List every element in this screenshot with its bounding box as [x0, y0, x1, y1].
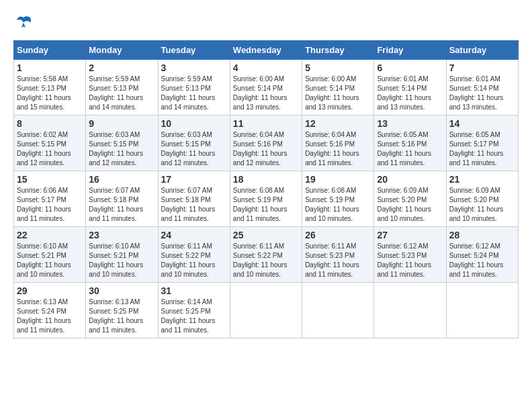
weekday-header-friday: Friday [374, 41, 446, 60]
calendar: SundayMondayTuesdayWednesdayThursdayFrid… [13, 40, 519, 338]
day-info: Sunrise: 6:00 AM Sunset: 5:14 PM Dayligh… [305, 75, 371, 112]
day-info: Sunrise: 6:10 AM Sunset: 5:21 PM Dayligh… [17, 242, 83, 279]
day-number: 9 [89, 118, 154, 129]
day-info: Sunrise: 6:11 AM Sunset: 5:23 PM Dayligh… [305, 242, 371, 279]
day-info: Sunrise: 6:08 AM Sunset: 5:19 PM Dayligh… [233, 186, 299, 224]
day-info: Sunrise: 6:10 AM Sunset: 5:21 PM Dayligh… [89, 242, 154, 279]
day-number: 25 [233, 230, 299, 240]
day-number: 17 [161, 174, 227, 185]
day-info: Sunrise: 6:02 AM Sunset: 5:15 PM Dayligh… [17, 130, 83, 168]
day-info: Sunrise: 6:08 AM Sunset: 5:19 PM Dayligh… [305, 186, 371, 224]
calendar-cell: 8 Sunrise: 6:02 AM Sunset: 5:15 PM Dayli… [14, 116, 86, 171]
weekday-header-saturday: Saturday [446, 41, 518, 60]
calendar-cell: 20 Sunrise: 6:09 AM Sunset: 5:20 PM Dayl… [374, 171, 446, 227]
weekday-header-tuesday: Tuesday [158, 41, 230, 60]
calendar-cell: 5 Sunrise: 6:00 AM Sunset: 5:14 PM Dayli… [302, 60, 374, 116]
day-info: Sunrise: 6:03 AM Sunset: 5:15 PM Dayligh… [89, 130, 154, 168]
weekday-header-wednesday: Wednesday [230, 41, 302, 60]
day-info: Sunrise: 6:06 AM Sunset: 5:17 PM Dayligh… [17, 186, 83, 224]
day-info: Sunrise: 6:13 AM Sunset: 5:24 PM Dayligh… [17, 298, 83, 335]
weekday-header-sunday: Sunday [14, 41, 86, 60]
day-number: 31 [161, 285, 227, 296]
calendar-cell: 17 Sunrise: 6:07 AM Sunset: 5:18 PM Dayl… [158, 171, 230, 227]
calendar-cell: 23 Sunrise: 6:10 AM Sunset: 5:21 PM Dayl… [86, 227, 158, 283]
calendar-cell: 1 Sunrise: 5:58 AM Sunset: 5:13 PM Dayli… [14, 60, 86, 116]
calendar-cell: 14 Sunrise: 6:05 AM Sunset: 5:17 PM Dayl… [446, 116, 518, 171]
day-number: 27 [377, 230, 443, 240]
day-info: Sunrise: 5:59 AM Sunset: 5:13 PM Dayligh… [89, 75, 154, 112]
day-info: Sunrise: 6:11 AM Sunset: 5:22 PM Dayligh… [233, 242, 299, 279]
day-info: Sunrise: 6:12 AM Sunset: 5:23 PM Dayligh… [377, 242, 443, 279]
day-info: Sunrise: 5:58 AM Sunset: 5:13 PM Dayligh… [17, 75, 83, 112]
day-number: 14 [449, 118, 515, 129]
day-info: Sunrise: 6:11 AM Sunset: 5:22 PM Dayligh… [161, 242, 227, 279]
day-info: Sunrise: 6:01 AM Sunset: 5:14 PM Dayligh… [449, 75, 515, 112]
day-info: Sunrise: 6:01 AM Sunset: 5:14 PM Dayligh… [377, 75, 443, 112]
day-info: Sunrise: 6:14 AM Sunset: 5:25 PM Dayligh… [161, 298, 227, 335]
day-number: 23 [89, 230, 154, 240]
week-row-5: 29 Sunrise: 6:13 AM Sunset: 5:24 PM Dayl… [14, 283, 519, 338]
day-info: Sunrise: 6:04 AM Sunset: 5:16 PM Dayligh… [233, 130, 299, 168]
calendar-cell: 10 Sunrise: 6:03 AM Sunset: 5:15 PM Dayl… [158, 116, 230, 171]
day-number: 3 [161, 62, 227, 73]
day-info: Sunrise: 6:04 AM Sunset: 5:16 PM Dayligh… [305, 130, 371, 168]
day-info: Sunrise: 6:00 AM Sunset: 5:14 PM Dayligh… [233, 75, 299, 112]
calendar-cell: 18 Sunrise: 6:08 AM Sunset: 5:19 PM Dayl… [230, 171, 302, 227]
day-info: Sunrise: 6:13 AM Sunset: 5:25 PM Dayligh… [89, 298, 154, 335]
calendar-cell: 24 Sunrise: 6:11 AM Sunset: 5:22 PM Dayl… [158, 227, 230, 283]
day-info: Sunrise: 6:07 AM Sunset: 5:18 PM Dayligh… [89, 186, 154, 224]
day-number: 15 [17, 174, 83, 185]
day-number: 19 [305, 174, 371, 185]
day-number: 10 [161, 118, 227, 129]
calendar-cell: 7 Sunrise: 6:01 AM Sunset: 5:14 PM Dayli… [446, 60, 518, 116]
day-number: 22 [17, 230, 83, 240]
calendar-cell: 13 Sunrise: 6:05 AM Sunset: 5:16 PM Dayl… [374, 116, 446, 171]
day-number: 30 [89, 285, 154, 296]
calendar-cell: 28 Sunrise: 6:12 AM Sunset: 5:24 PM Dayl… [446, 227, 518, 283]
calendar-cell: 22 Sunrise: 6:10 AM Sunset: 5:21 PM Dayl… [14, 227, 86, 283]
calendar-cell: 11 Sunrise: 6:04 AM Sunset: 5:16 PM Dayl… [230, 116, 302, 171]
calendar-cell [374, 283, 446, 338]
day-number: 29 [17, 285, 83, 296]
day-number: 5 [305, 62, 371, 73]
calendar-cell: 31 Sunrise: 6:14 AM Sunset: 5:25 PM Dayl… [158, 283, 230, 338]
day-number: 18 [233, 174, 299, 185]
calendar-cell: 2 Sunrise: 5:59 AM Sunset: 5:13 PM Dayli… [86, 60, 158, 116]
day-number: 8 [17, 118, 83, 129]
logo [13, 13, 36, 34]
calendar-cell: 26 Sunrise: 6:11 AM Sunset: 5:23 PM Dayl… [302, 227, 374, 283]
weekday-header-row: SundayMondayTuesdayWednesdayThursdayFrid… [14, 41, 519, 60]
calendar-cell [446, 283, 518, 338]
day-info: Sunrise: 6:05 AM Sunset: 5:17 PM Dayligh… [449, 130, 515, 168]
week-row-1: 1 Sunrise: 5:58 AM Sunset: 5:13 PM Dayli… [14, 60, 519, 116]
calendar-cell: 16 Sunrise: 6:07 AM Sunset: 5:18 PM Dayl… [86, 171, 158, 227]
day-number: 16 [89, 174, 154, 185]
day-number: 7 [449, 62, 515, 73]
day-number: 13 [377, 118, 443, 129]
calendar-cell [230, 283, 302, 338]
day-number: 12 [305, 118, 371, 129]
day-info: Sunrise: 6:07 AM Sunset: 5:18 PM Dayligh… [161, 186, 227, 224]
day-number: 11 [233, 118, 299, 129]
week-row-3: 15 Sunrise: 6:06 AM Sunset: 5:17 PM Dayl… [14, 171, 519, 227]
weekday-header-monday: Monday [86, 41, 158, 60]
calendar-cell: 29 Sunrise: 6:13 AM Sunset: 5:24 PM Dayl… [14, 283, 86, 338]
calendar-cell: 27 Sunrise: 6:12 AM Sunset: 5:23 PM Dayl… [374, 227, 446, 283]
day-number: 26 [305, 230, 371, 240]
header [13, 13, 519, 34]
calendar-cell: 25 Sunrise: 6:11 AM Sunset: 5:22 PM Dayl… [230, 227, 302, 283]
calendar-cell: 9 Sunrise: 6:03 AM Sunset: 5:15 PM Dayli… [86, 116, 158, 171]
day-info: Sunrise: 6:12 AM Sunset: 5:24 PM Dayligh… [449, 242, 515, 279]
day-number: 20 [377, 174, 443, 185]
calendar-cell: 19 Sunrise: 6:08 AM Sunset: 5:19 PM Dayl… [302, 171, 374, 227]
calendar-cell: 15 Sunrise: 6:06 AM Sunset: 5:17 PM Dayl… [14, 171, 86, 227]
calendar-cell: 3 Sunrise: 5:59 AM Sunset: 5:13 PM Dayli… [158, 60, 230, 116]
day-number: 4 [233, 62, 299, 73]
calendar-cell: 21 Sunrise: 6:09 AM Sunset: 5:20 PM Dayl… [446, 171, 518, 227]
calendar-cell: 6 Sunrise: 6:01 AM Sunset: 5:14 PM Dayli… [374, 60, 446, 116]
day-number: 28 [449, 230, 515, 240]
week-row-2: 8 Sunrise: 6:02 AM Sunset: 5:15 PM Dayli… [14, 116, 519, 171]
day-info: Sunrise: 6:09 AM Sunset: 5:20 PM Dayligh… [449, 186, 515, 224]
weekday-header-thursday: Thursday [302, 41, 374, 60]
week-row-4: 22 Sunrise: 6:10 AM Sunset: 5:21 PM Dayl… [14, 227, 519, 283]
